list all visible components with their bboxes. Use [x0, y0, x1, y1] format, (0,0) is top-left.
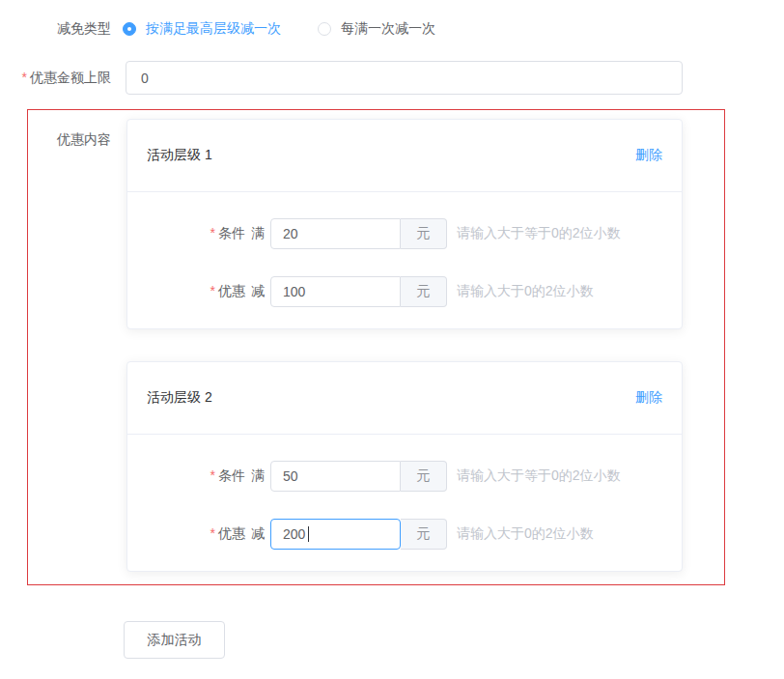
condition-row: *条件 满 元 请输入大于等于0的2位小数	[127, 461, 682, 492]
required-star: *	[210, 283, 215, 298]
discount-label: *优惠	[127, 525, 245, 543]
required-star: *	[210, 467, 215, 483]
condition-prefix: 满	[251, 467, 265, 485]
condition-prefix: 满	[251, 225, 265, 242]
discount-label: *优惠	[127, 283, 245, 300]
promotion-form: 减免类型 按满足最高层级减一次 每满一次减一次 *优惠金额上限 优惠内容 活动层…	[0, 0, 784, 679]
unit-append: 元	[401, 218, 447, 249]
delete-tier-link[interactable]: 删除	[635, 389, 662, 407]
add-activity-button[interactable]: 添加活动	[124, 621, 225, 659]
condition-input[interactable]	[270, 218, 401, 249]
reduction-type-radio-group: 按满足最高层级减一次 每满一次减一次	[123, 20, 435, 38]
tier-title: 活动层级 2	[147, 389, 212, 407]
discount-input-focused[interactable]	[270, 519, 401, 550]
condition-label: *条件	[127, 225, 245, 242]
input-hint: 请输入大于等于0的2位小数	[457, 225, 621, 242]
radio-selected-icon[interactable]	[123, 22, 136, 36]
required-star: *	[210, 225, 215, 240]
input-hint: 请输入大于0的2位小数	[457, 283, 594, 300]
discount-input-wrap	[270, 519, 401, 550]
discount-row: *优惠 减 元 请输入大于0的2位小数	[127, 276, 682, 307]
radio-option-every-time[interactable]: 每满一次减一次	[318, 20, 435, 38]
required-star: *	[210, 525, 215, 541]
discount-content-label: 优惠内容	[57, 131, 111, 149]
required-star: *	[22, 70, 27, 85]
tier-card-1: 活动层级 1 删除 *条件 满 元 请输入大于等于0的2位小数 *优惠 减 元 …	[126, 119, 683, 329]
tier-card-2: 活动层级 2 删除 *条件 满 元 请输入大于等于0的2位小数 *优惠 减 元 …	[126, 361, 683, 572]
tier-card-body: *条件 满 元 请输入大于等于0的2位小数 *优惠 减 元 请输入大于0的2位小…	[127, 192, 682, 328]
delete-tier-link[interactable]: 删除	[635, 147, 662, 164]
reduction-type-row: 减免类型 按满足最高层级减一次 每满一次减一次	[0, 20, 435, 38]
discount-cap-row: *优惠金额上限	[0, 61, 683, 95]
tier-title: 活动层级 1	[147, 147, 212, 164]
input-hint: 请输入大于0的2位小数	[457, 525, 594, 543]
radio-option-label[interactable]: 按满足最高层级减一次	[146, 20, 281, 38]
radio-unselected-icon[interactable]	[318, 22, 331, 36]
discount-row: *优惠 减 元 请输入大于0的2位小数	[127, 519, 682, 550]
discount-cap-input[interactable]	[126, 61, 683, 95]
reduction-type-label: 减免类型	[0, 20, 111, 38]
unit-append: 元	[401, 461, 447, 492]
unit-append: 元	[401, 276, 447, 307]
condition-input-wrap	[270, 461, 401, 492]
discount-content-section: 优惠内容 活动层级 1 删除 *条件 满 元 请输入大于等于0的2位小数 *优惠…	[27, 109, 725, 585]
text-cursor	[308, 526, 309, 542]
radio-option-highest-tier[interactable]: 按满足最高层级减一次	[123, 20, 281, 38]
discount-input[interactable]	[270, 276, 401, 307]
tier-card-header: 活动层级 1 删除	[127, 120, 682, 192]
input-hint: 请输入大于等于0的2位小数	[457, 467, 621, 485]
condition-input-wrap	[270, 218, 401, 249]
condition-input[interactable]	[270, 461, 401, 492]
discount-prefix: 减	[251, 283, 265, 300]
discount-input-wrap	[270, 276, 401, 307]
unit-append: 元	[401, 519, 447, 550]
discount-prefix: 减	[251, 525, 265, 543]
tier-card-body: *条件 满 元 请输入大于等于0的2位小数 *优惠 减 元 请输入大于0的2位小…	[127, 435, 682, 571]
condition-row: *条件 满 元 请输入大于等于0的2位小数	[127, 218, 682, 249]
radio-option-label[interactable]: 每满一次减一次	[341, 20, 435, 38]
condition-label: *条件	[127, 467, 245, 485]
tier-card-header: 活动层级 2 删除	[127, 362, 682, 435]
discount-cap-label: *优惠金额上限	[0, 61, 111, 95]
